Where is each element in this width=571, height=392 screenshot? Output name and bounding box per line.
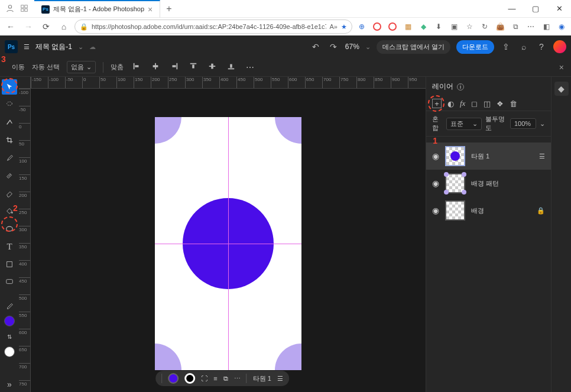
layer-row-ellipse[interactable]: ◉ 타원 1 ☰ (426, 142, 551, 170)
layers-panel-header[interactable]: 레이어 i (426, 77, 551, 96)
layer-row-pattern[interactable]: ◉ 배경 패턴 (426, 170, 551, 197)
lock-icon[interactable]: 🔒 (537, 207, 545, 215)
workspace-icon[interactable] (20, 4, 28, 14)
toolbox-expand-icon[interactable]: » (2, 377, 17, 392)
home-button[interactable]: ⌂ (57, 20, 71, 34)
group-icon[interactable]: ◫ (484, 99, 491, 108)
artboard-tool[interactable] (2, 257, 17, 272)
blend-mode-select[interactable]: 표준 ⌄ (446, 118, 482, 130)
ext-puzzle-icon[interactable]: ◧ (540, 21, 552, 33)
opacity-select[interactable]: 100% (510, 118, 536, 129)
ctx-transform-icon[interactable]: ⛶ (201, 375, 207, 382)
visibility-toggle[interactable]: ◉ (432, 179, 439, 188)
redo-button[interactable]: ↷ (327, 42, 339, 51)
undo-button[interactable]: ↶ (310, 42, 322, 51)
comment-tool[interactable] (2, 274, 17, 290)
fx-icon[interactable]: fx (460, 99, 465, 108)
background-color[interactable] (4, 346, 15, 357)
ruler-vertical[interactable]: -100-50050100150200250300350400450500550… (19, 89, 31, 392)
ext-favorites-icon[interactable]: ☆ (463, 21, 475, 33)
browser-tab-active[interactable]: Ps 제목 없음-1 - Adobe Photoshop × (34, 0, 160, 18)
artboard[interactable] (155, 117, 301, 370)
lasso-tool[interactable] (2, 97, 17, 112)
document-title[interactable]: 제목 없음-1 (35, 42, 72, 52)
align-left-icon[interactable] (131, 62, 142, 72)
favorite-icon[interactable]: ★ (341, 23, 347, 31)
eraser-tool[interactable] (2, 186, 17, 201)
ext-shield-icon[interactable]: ◆ (417, 21, 429, 33)
cloud-status-icon[interactable]: ☁ (89, 43, 96, 51)
ctx-layer-menu-icon[interactable]: ☰ (277, 375, 283, 383)
ext-bag-icon[interactable]: 👜 (494, 21, 506, 33)
visibility-toggle[interactable]: ◉ (432, 206, 439, 215)
search-icon[interactable]: ⌕ (518, 42, 530, 51)
layer-thumbnail[interactable] (445, 200, 465, 221)
blend-icon[interactable]: ❖ (497, 99, 504, 108)
align-top-icon[interactable] (187, 62, 199, 72)
brush-tool[interactable] (2, 150, 17, 166)
window-close-button[interactable]: ✕ (547, 0, 571, 18)
hamburger-icon[interactable]: ☰ (24, 43, 30, 51)
download-button[interactable]: 다운로드 (456, 40, 494, 54)
move-tool[interactable] (2, 79, 17, 95)
crop-tool[interactable] (2, 132, 17, 148)
info-icon[interactable]: i (457, 83, 464, 90)
eyedropper-tool[interactable] (2, 298, 17, 313)
reader-icon[interactable]: A» (330, 23, 338, 30)
heal-tool[interactable] (2, 168, 17, 183)
open-in-desktop-button[interactable]: 데스크탑 앱에서 열기 (377, 40, 450, 54)
ext-extensions-icon[interactable]: ⋯ (525, 21, 537, 33)
layer-thumbnail[interactable] (445, 173, 465, 193)
zoom-value[interactable]: 67% (345, 43, 359, 51)
help-icon[interactable]: ? (536, 42, 547, 51)
window-maximize-button[interactable]: ▢ (524, 0, 547, 18)
ctx-fill-color[interactable] (168, 373, 179, 384)
ext-adblock2-icon[interactable] (387, 21, 398, 33)
align-hcenter-icon[interactable] (150, 62, 161, 72)
new-tab-button[interactable]: + (160, 0, 177, 18)
delete-icon[interactable]: 🗑 (510, 99, 517, 108)
zoom-dropdown-icon[interactable]: ⌄ (365, 43, 371, 51)
ext-history-icon[interactable]: ↻ (479, 21, 491, 33)
align-vcenter-icon[interactable] (206, 62, 218, 72)
canvas-viewport[interactable] (31, 89, 426, 392)
doc-dropdown-icon[interactable]: ⌄ (78, 43, 83, 51)
visibility-toggle[interactable]: ◉ (432, 151, 439, 161)
mask-icon[interactable]: ◻ (471, 99, 478, 108)
align-right-icon[interactable] (168, 62, 180, 72)
foreground-color[interactable] (4, 316, 15, 326)
share-icon[interactable]: ⇪ (500, 42, 512, 51)
align-bottom-icon[interactable] (225, 62, 237, 72)
guide-horizontal[interactable] (155, 244, 301, 244)
ext-more1-icon[interactable]: ⧉ (510, 21, 521, 33)
auto-select-dropdown[interactable]: 없음 ⌄ (67, 61, 96, 73)
ruler-horizontal[interactable]: -150-100-5005010015020025030035040045050… (31, 77, 426, 89)
opacity-dropdown-icon[interactable]: ⌄ (540, 120, 545, 128)
ext-collections-icon[interactable]: ▣ (448, 21, 460, 33)
user-avatar[interactable] (553, 40, 566, 53)
shape-tool[interactable] (2, 221, 17, 237)
layer-settings-icon[interactable]: ☰ (539, 153, 545, 160)
layers-panel-icon[interactable]: ◆ (554, 82, 569, 96)
ctx-arrange-icon[interactable]: ⧉ (223, 375, 228, 383)
layer-thumbnail[interactable] (445, 146, 465, 166)
ctx-align-icon[interactable]: ≡ (213, 375, 217, 382)
ext-copilot-icon[interactable]: ◉ (556, 21, 567, 33)
ext-adblock1-icon[interactable] (371, 21, 383, 33)
ruler-origin[interactable] (19, 77, 31, 89)
options-close-icon[interactable]: × (559, 63, 567, 72)
forward-button[interactable]: → (21, 20, 35, 34)
swap-colors-icon[interactable]: ⇅ (2, 329, 17, 344)
tab-close-icon[interactable]: × (148, 5, 153, 14)
ext-translate-icon[interactable]: ⊕ (356, 21, 368, 33)
ext-download-icon[interactable]: ⬇ (433, 21, 445, 33)
profile-icon[interactable] (6, 4, 14, 14)
address-bar[interactable]: 🔒 https://photoshop.adobe.com/id/urn:aai… (74, 20, 352, 34)
ps-logo-icon[interactable]: Ps (5, 40, 18, 53)
refresh-button[interactable]: ⟳ (39, 20, 53, 34)
type-tool[interactable]: T (2, 239, 17, 254)
ctx-stroke-color[interactable] (184, 373, 195, 384)
back-button[interactable]: ← (4, 20, 18, 34)
layer-row-bg[interactable]: ◉ 배경 🔒 (426, 197, 551, 224)
window-minimize-button[interactable]: — (500, 0, 524, 18)
